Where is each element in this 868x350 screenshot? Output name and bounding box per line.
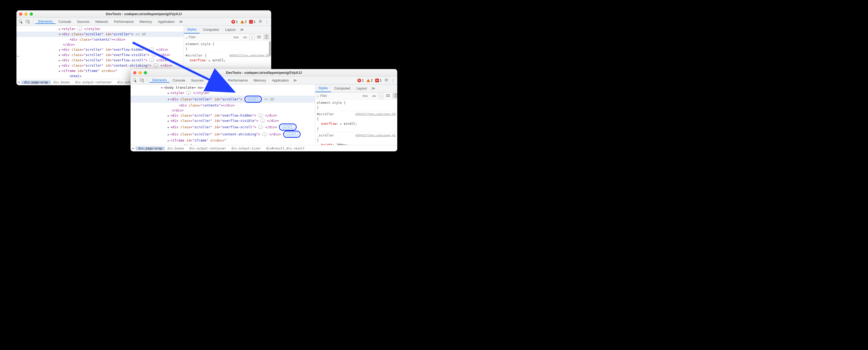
flex-icon[interactable]: [256, 34, 262, 40]
crumb-prev-icon[interactable]: ≪: [17, 81, 22, 84]
issue-badge[interactable]: ✕1: [375, 79, 381, 82]
crumb[interactable]: div.output-container: [187, 147, 228, 150]
dom-row[interactable]: </div>: [130, 108, 315, 113]
more-tabs-icon[interactable]: ≫: [291, 78, 299, 83]
dom-row[interactable]: <html>: [130, 143, 315, 145]
dom-row[interactable]: ▶<div class="scroller" id="content-shrin…: [130, 130, 315, 138]
error-badge[interactable]: ✕1: [358, 79, 364, 82]
dom-row[interactable]: ▶<div class="scroller" id="overflow-hidd…: [17, 47, 184, 52]
titlebar: DevTools - codepen.io/sofiayem/pen/gOVpX…: [130, 69, 397, 77]
tab-sources[interactable]: Sources: [188, 78, 207, 83]
settings-icon[interactable]: [384, 78, 389, 83]
device-toggle-icon[interactable]: [139, 78, 145, 83]
crumb[interactable]: div.page-wrap: [135, 147, 165, 150]
rule-element-style[interactable]: element.style {: [185, 42, 270, 47]
dom-row-selected[interactable]: ▼<div class="scroller" id="scroller"> sc…: [130, 96, 315, 103]
crumb[interactable]: div.page-wrap: [22, 81, 51, 84]
more-tabs-icon[interactable]: ≫: [178, 19, 184, 24]
titlebar: DevTools - codepen.io/sofiayem/pen/gOVpX…: [17, 10, 271, 18]
tab-performance[interactable]: Performance: [111, 19, 136, 24]
rule-scroller[interactable]: gOVpXJJ?noc…ue&view=:50 #scroller {: [185, 53, 270, 58]
elements-tree[interactable]: ▼<body translate= no> ▶<style> … </style…: [130, 84, 315, 145]
side-tab-styles[interactable]: Styles: [315, 84, 331, 92]
dom-row[interactable]: ▶<div class="scroller" id="overflow-visi…: [130, 118, 315, 123]
hov-toggle[interactable]: :hov: [361, 94, 369, 98]
cls-toggle[interactable]: .cls: [370, 94, 377, 98]
filter-input[interactable]: [189, 35, 231, 39]
rule-source-link[interactable]: gOVpXJJ?ano…ue&view=:41: [355, 133, 396, 138]
hov-toggle[interactable]: :hov: [232, 35, 240, 39]
dom-row[interactable]: ▶<div class="scroller" id="content-shrin…: [17, 63, 184, 68]
dom-row[interactable]: ▶<div class="scroller" id="overflow-hidd…: [130, 113, 315, 118]
rule-source-link[interactable]: gOVpXJJ?ano…ue&view=:50: [355, 112, 396, 117]
crumb[interactable]: div.boxes: [51, 81, 72, 84]
dom-row[interactable]: <div class="contents"></div>: [130, 103, 315, 108]
crumb[interactable]: div.boxes: [165, 147, 187, 150]
dom-row[interactable]: ▶<div class="scroller" id="overflow-scro…: [130, 123, 315, 130]
tab-memory[interactable]: Memory: [137, 19, 155, 24]
css-property[interactable]: height: 200px;: [317, 143, 396, 145]
warning-badge[interactable]: 2: [367, 79, 373, 82]
crumb-prev-icon[interactable]: ≪: [130, 147, 135, 150]
error-badge[interactable]: ✕1: [231, 20, 238, 24]
rule-class-scroller[interactable]: gOVpXJJ?ano…ue&view=:41 .scroller: [317, 133, 396, 138]
css-property[interactable]: overflow: ▶ scroll;: [185, 58, 270, 63]
computed-toggle-icon[interactable]: [392, 93, 397, 98]
dom-row[interactable]: </div>: [17, 42, 184, 47]
filter-icon: ⌕: [185, 35, 188, 39]
scrollbar-thumb[interactable]: [269, 41, 271, 56]
issue-badge[interactable]: !1: [249, 20, 255, 24]
filter-input[interactable]: [320, 94, 360, 98]
dom-row[interactable]: ▶<div class="scroller" id="overflow-scro…: [17, 58, 184, 63]
kebab-menu-icon[interactable]: ⋮: [265, 20, 269, 24]
tab-performance[interactable]: Performance: [225, 78, 250, 83]
tab-network[interactable]: Network: [93, 19, 111, 24]
side-tab-layout[interactable]: Layout: [353, 84, 370, 92]
tab-elements[interactable]: Elements: [149, 78, 169, 83]
dom-row[interactable]: ▼<body translate= no>: [130, 85, 315, 90]
cls-toggle[interactable]: .cls: [241, 35, 248, 39]
crumb[interactable]: div.output-sizer: [229, 147, 264, 150]
dom-row-selected[interactable]: ▼<div class="scroller" id="scroller"> ==…: [17, 32, 184, 37]
side-more-tabs-icon[interactable]: ≫: [370, 86, 377, 90]
dom-row[interactable]: ▶<div class="scroller" id="overflow-visi…: [17, 52, 184, 58]
issue-count: 1: [254, 20, 255, 24]
new-rule-icon[interactable]: ＋: [249, 35, 255, 40]
css-property[interactable]: overflow: ▶ scroll;: [317, 121, 396, 126]
styles-rules[interactable]: element.style { } gOVpXJJ?ano…ue&view=:5…: [315, 99, 397, 145]
computed-toggle-icon[interactable]: [263, 34, 270, 40]
crumb[interactable]: div.output-container: [72, 81, 114, 84]
tab-console[interactable]: Console: [169, 78, 188, 83]
new-rule-icon[interactable]: ＋: [378, 93, 384, 98]
rule-id-scroller[interactable]: gOVpXJJ?ano…ue&view=:50 #scroller: [317, 112, 396, 117]
rule-element-style[interactable]: element.style {: [317, 100, 396, 105]
flex-icon[interactable]: [385, 93, 391, 98]
device-toggle-icon[interactable]: [25, 19, 31, 25]
tab-console[interactable]: Console: [56, 19, 74, 24]
side-tab-layout[interactable]: Layout: [222, 26, 239, 33]
crumb[interactable]: div#result_div.result: [264, 147, 307, 150]
breadcrumb-bar[interactable]: ≪ div.page-wrap div.boxes div.output-con…: [130, 145, 397, 151]
side-tab-computed[interactable]: Computed: [331, 84, 353, 92]
side-tab-styles[interactable]: Styles: [184, 26, 199, 33]
dom-row[interactable]: ▶<iframe id="iframe" srcdoc=": [130, 138, 315, 143]
warning-badge[interactable]: 2: [240, 20, 247, 24]
tab-application[interactable]: Application: [155, 19, 178, 24]
devtools-window-after: DevTools - codepen.io/sofiayem/pen/gOVpX…: [130, 69, 397, 151]
side-tab-computed[interactable]: Computed: [199, 26, 222, 33]
tab-memory[interactable]: Memory: [251, 78, 269, 83]
dom-row[interactable]: <div class="contents"></div>: [17, 37, 184, 42]
divider: [147, 78, 147, 83]
settings-icon[interactable]: [258, 19, 262, 24]
rule-source-link[interactable]: gOVpXJJ?noc…ue&view=:50: [229, 53, 270, 58]
inspect-icon[interactable]: [132, 78, 138, 83]
side-more-tabs-icon[interactable]: ≫: [239, 28, 245, 32]
tab-application[interactable]: Application: [269, 78, 292, 83]
tab-elements[interactable]: Elements: [35, 19, 56, 24]
tab-network[interactable]: Network: [207, 78, 225, 83]
inspect-icon[interactable]: [18, 19, 24, 25]
tab-sources[interactable]: Sources: [74, 19, 93, 24]
dom-row[interactable]: ▶<style> … </style>: [130, 90, 315, 96]
kebab-menu-icon[interactable]: ⋮: [391, 78, 395, 82]
dom-row[interactable]: ▶<style> … </style>: [17, 26, 184, 32]
